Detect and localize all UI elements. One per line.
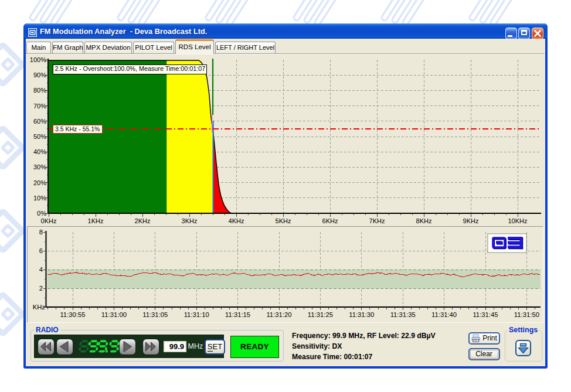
svg-text:1KHz: 1KHz (88, 217, 104, 224)
svg-text:KHz: KHz (33, 304, 46, 311)
svg-text:20%: 20% (33, 179, 46, 186)
svg-text:11:30:55: 11:30:55 (60, 311, 85, 318)
svg-text:5KHz: 5KHz (276, 217, 291, 224)
svg-text:7KHz: 7KHz (369, 217, 385, 224)
svg-text:0%: 0% (37, 210, 46, 217)
svg-text:3KHz: 3KHz (182, 217, 198, 224)
svg-text:30%: 30% (33, 163, 46, 171)
svg-text:10KHz: 10KHz (508, 217, 527, 224)
svg-text:100%: 100% (30, 56, 46, 63)
svg-text:2: 2 (39, 285, 43, 292)
svg-text:50%: 50% (33, 133, 46, 140)
svg-text:4: 4 (39, 266, 43, 273)
svg-text:9KHz: 9KHz (463, 217, 479, 224)
svg-text:11:31:30: 11:31:30 (349, 311, 374, 318)
svg-text:11:31:10: 11:31:10 (184, 311, 209, 318)
svg-text:11:31:20: 11:31:20 (266, 311, 291, 318)
svg-text:8: 8 (39, 229, 43, 236)
svg-text:6KHz: 6KHz (322, 217, 338, 224)
svg-text:11:31:15: 11:31:15 (225, 311, 250, 318)
svg-text:8KHz: 8KHz (416, 217, 432, 224)
svg-text:80%: 80% (33, 87, 46, 94)
svg-text:11:31:00: 11:31:00 (101, 311, 127, 318)
svg-text:11:31:25: 11:31:25 (308, 311, 333, 318)
svg-text:0KHz: 0KHz (41, 217, 57, 224)
svg-text:70%: 70% (33, 103, 46, 110)
svg-text:4KHz: 4KHz (229, 217, 244, 224)
svg-text:60%: 60% (33, 118, 46, 125)
svg-text:11:31:05: 11:31:05 (142, 311, 168, 318)
svg-text:90%: 90% (33, 71, 46, 79)
svg-text:11:31:40: 11:31:40 (431, 311, 457, 318)
svg-text:6: 6 (39, 247, 43, 254)
svg-text:11:31:45: 11:31:45 (473, 311, 498, 318)
svg-text:11:31:35: 11:31:35 (390, 311, 416, 318)
svg-text:10%: 10% (33, 195, 46, 202)
svg-text:2KHz: 2KHz (135, 217, 151, 224)
svg-text:40%: 40% (33, 148, 46, 155)
svg-text:11:31:50: 11:31:50 (514, 311, 539, 318)
